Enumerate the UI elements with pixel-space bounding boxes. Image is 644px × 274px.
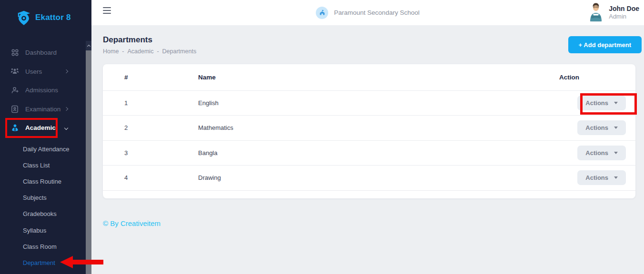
column-header-action: Action <box>559 64 635 90</box>
submenu-item-syllabus[interactable]: Syllabus <box>0 222 86 238</box>
exam-document-icon <box>10 105 19 113</box>
breadcrumb-home[interactable]: Home <box>103 48 119 55</box>
submenu-label: Syllabus <box>23 227 46 234</box>
actions-dropdown-button[interactable]: Actions <box>577 96 626 110</box>
hamburger-menu-icon[interactable] <box>103 7 111 14</box>
person-plus-icon <box>10 86 19 95</box>
table-row: 3 Bangla Actions <box>103 140 635 166</box>
table-row: 1 English Actions <box>103 90 635 116</box>
graduation-pin-logo-icon <box>16 8 31 28</box>
submenu-item-class-room[interactable]: Class Room <box>0 238 86 254</box>
actions-label: Actions <box>585 174 608 181</box>
departments-card: # Name Action 1 English Actions 2 Mathem… <box>103 64 635 198</box>
sidebar-item-label: Admissions <box>25 87 58 94</box>
chevron-up-icon <box>87 45 90 48</box>
row-number: 1 <box>103 90 198 116</box>
table-header-row: # Name Action <box>103 64 635 90</box>
submenu-label: Class Routine <box>23 178 61 185</box>
submenu-label: Daily Attendance <box>23 146 70 153</box>
footer-copyright: © By Creativeitem <box>103 219 161 227</box>
scrollbar-up-button[interactable] <box>86 41 91 50</box>
scrollbar-thumb[interactable] <box>86 50 91 274</box>
submenu-label: Class Room <box>23 243 57 250</box>
department-name: Mathematics <box>198 116 559 141</box>
chevron-down-icon <box>64 126 68 130</box>
submenu-label: Subjects <box>23 194 47 201</box>
table-row: 2 Mathematics Actions <box>103 116 635 141</box>
sidebar-item-admissions[interactable]: Admissions <box>0 81 86 100</box>
school-name: Paramount Secondary School <box>334 9 419 16</box>
row-number: 2 <box>103 116 198 141</box>
breadcrumb-academic[interactable]: Academic <box>128 48 154 55</box>
caret-down-icon <box>614 176 618 179</box>
caret-down-icon <box>614 152 618 154</box>
caret-down-icon <box>614 102 618 104</box>
departments-table: # Name Action 1 English Actions 2 Mathem… <box>103 64 635 191</box>
department-name: Drawing <box>198 166 559 191</box>
sidebar-item-examination[interactable]: Examination <box>0 100 86 119</box>
actions-label: Actions <box>585 99 608 107</box>
chevron-right-icon <box>64 69 68 73</box>
row-number: 3 <box>103 140 198 166</box>
page-title: Departments <box>103 35 152 45</box>
dashboard-grid-icon <box>10 49 19 57</box>
school-building-icon <box>316 7 328 19</box>
submenu-label: Gradebooks <box>23 210 57 217</box>
caret-down-icon <box>614 127 618 129</box>
sidebar-item-academic[interactable]: Academic <box>0 118 86 137</box>
submenu-item-daily-attendance[interactable]: Daily Attendance <box>0 141 86 157</box>
breadcrumb-departments: Departments <box>162 48 197 55</box>
actions-dropdown-button[interactable]: Actions <box>577 120 626 135</box>
academic-submenu: Daily Attendance Class List Class Routin… <box>0 141 86 271</box>
user-menu[interactable]: John Doe Admin <box>587 2 639 23</box>
breadcrumb: Home - Academic - Departments <box>103 48 196 55</box>
school-label: Paramount Secondary School <box>91 0 644 25</box>
department-name: Bangla <box>198 140 559 166</box>
brand-logo[interactable]: Ekattor 8 <box>0 0 91 29</box>
user-name: John Doe <box>609 5 639 13</box>
chevron-right-icon <box>64 107 68 111</box>
add-department-button[interactable]: + Add department <box>568 36 642 53</box>
actions-dropdown-button[interactable]: Actions <box>577 170 626 185</box>
sidebar-item-label: Users <box>25 68 42 75</box>
main-content: Departments Home - Academic - Department… <box>91 25 644 274</box>
submenu-item-department[interactable]: Department <box>0 254 86 271</box>
user-role: Admin <box>609 13 639 20</box>
user-avatar <box>587 1 604 24</box>
actions-dropdown-button[interactable]: Actions <box>577 146 626 160</box>
submenu-label: Department <box>23 259 55 266</box>
topbar: Paramount Secondary School John Doe Admi… <box>91 0 644 25</box>
actions-label: Actions <box>585 149 608 157</box>
breadcrumb-separator: - <box>157 48 159 55</box>
actions-label: Actions <box>585 124 608 131</box>
sidebar-item-label: Dashboard <box>25 49 57 56</box>
app-window: Ekattor 8 Dashboard <box>0 0 644 274</box>
table-row: 4 Drawing Actions <box>103 166 635 191</box>
sidebar-item-label: Academic <box>25 124 56 131</box>
sidebar-item-label: Examination <box>25 106 60 113</box>
sidebar-scrollbar <box>86 41 91 274</box>
submenu-label: Class List <box>23 162 50 169</box>
users-group-icon <box>10 67 19 76</box>
submenu-item-gradebooks[interactable]: Gradebooks <box>0 206 86 222</box>
academic-person-icon <box>10 124 19 132</box>
row-number: 4 <box>103 166 198 191</box>
submenu-item-class-routine[interactable]: Class Routine <box>0 173 86 189</box>
sidebar-nav: Dashboard Users <box>0 43 86 137</box>
sidebar-item-dashboard[interactable]: Dashboard <box>0 43 86 62</box>
submenu-item-subjects[interactable]: Subjects <box>0 190 86 206</box>
sidebar-item-users[interactable]: Users <box>0 62 86 81</box>
submenu-item-class-list[interactable]: Class List <box>0 157 86 173</box>
column-header-name: Name <box>198 64 559 90</box>
sidebar: Ekattor 8 Dashboard <box>0 0 91 274</box>
column-header-number: # <box>103 64 198 90</box>
brand-name: Ekattor 8 <box>35 13 71 22</box>
breadcrumb-separator: - <box>122 48 124 55</box>
department-name: English <box>198 90 559 116</box>
